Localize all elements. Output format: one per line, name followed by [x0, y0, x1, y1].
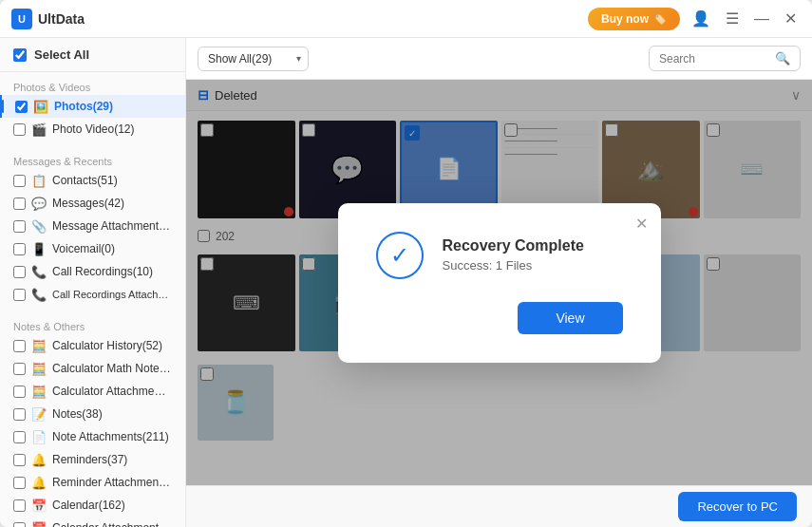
calc-math-label: Calculator Math Notes(6)	[52, 362, 172, 375]
sidebar-item-reminders[interactable]: 🔔 Reminders(37)	[0, 448, 185, 471]
buy-now-label: Buy now	[601, 12, 649, 26]
main-content: Select All Photos & Videos 🖼️ Photos(29)…	[0, 38, 812, 527]
notes-checkbox[interactable]	[13, 408, 26, 421]
note-attach-checkbox[interactable]	[13, 431, 26, 443]
modal-text: Recovery Complete Success: 1 Files	[443, 237, 623, 273]
sidebar-item-msg-attachments[interactable]: 📎 Message Attachments(16)	[0, 215, 185, 237]
calc-attach-checkbox[interactable]	[13, 386, 26, 398]
sidebar-item-calc-history[interactable]: 🧮 Calculator History(52)	[0, 334, 185, 357]
messages-label: Messages(42)	[52, 197, 124, 210]
notes-icon: 📝	[31, 406, 47, 422]
note-attach-icon: 📄	[31, 429, 47, 444]
reminders-label: Reminders(37)	[52, 453, 127, 466]
call-rec-icon: 📞	[31, 264, 47, 279]
select-all-label: Select All	[34, 47, 89, 62]
cal-attach-checkbox[interactable]	[13, 522, 26, 528]
app-name: UltData	[38, 11, 85, 27]
photo-video-label: Photo Video(12)	[52, 122, 135, 136]
minimize-button[interactable]: —	[750, 7, 773, 31]
call-rec-label: Call Recordings(10)	[52, 265, 153, 278]
reminders-checkbox[interactable]	[13, 454, 26, 466]
cal-attach-icon: 📅	[31, 520, 47, 527]
call-attach-label: Call Recordings Attachment...	[52, 289, 172, 300]
photos-label: Photos(29)	[54, 100, 113, 113]
recover-to-pc-button[interactable]: Recover to PC	[678, 492, 797, 521]
sidebar-item-cal-attach[interactable]: 📅 Calendar Attachments(1)	[0, 517, 185, 527]
contacts-label: Contacts(51)	[52, 174, 118, 187]
right-panel: Show All(29) Show Selected Show Deleted …	[186, 38, 812, 527]
sidebar-item-calc-math[interactable]: 🧮 Calculator Math Notes(6)	[0, 357, 185, 380]
call-attach-icon: 📞	[31, 287, 47, 302]
sidebar-item-contacts[interactable]: 📋 Contacts(51)	[0, 169, 185, 192]
modal-close-button[interactable]: ✕	[635, 215, 648, 233]
section-title-messages: Messages & Recents	[0, 152, 185, 169]
logo-letter: U	[18, 13, 26, 25]
reminder-attach-checkbox[interactable]	[13, 477, 26, 489]
photo-video-checkbox[interactable]	[13, 123, 26, 136]
calendar-checkbox[interactable]	[13, 499, 26, 512]
sidebar-item-calc-attach[interactable]: 🧮 Calculator Attachments(30)	[0, 380, 185, 403]
voicemail-label: Voicemail(0)	[52, 242, 115, 255]
filter-select-wrapper: Show All(29) Show Selected Show Deleted	[198, 47, 309, 71]
msg-attach-label: Message Attachments(16)	[52, 219, 172, 233]
sidebar-item-note-attach[interactable]: 📄 Note Attachments(211)	[0, 425, 185, 448]
reminders-icon: 🔔	[31, 452, 47, 467]
voicemail-checkbox[interactable]	[13, 243, 26, 255]
title-bar-actions: Buy now 🏷️ 👤 ☰ — ✕	[588, 6, 801, 31]
modal-success-icon: ✓	[376, 232, 424, 279]
sidebar-item-call-recordings[interactable]: 📞 Call Recordings(10)	[0, 260, 185, 283]
calc-attach-label: Calculator Attachments(30)	[52, 385, 172, 398]
calc-history-icon: 🧮	[31, 338, 47, 353]
calc-math-checkbox[interactable]	[13, 363, 26, 375]
call-rec-checkbox[interactable]	[13, 266, 26, 278]
sidebar-item-messages[interactable]: 💬 Messages(42)	[0, 192, 185, 215]
reminder-attach-icon: 🔔	[31, 475, 47, 490]
modal-title: Recovery Complete	[443, 237, 623, 254]
sidebar-item-photo-video[interactable]: 🎬 Photo Video(12)	[0, 118, 185, 141]
messages-icon: 💬	[31, 196, 47, 211]
voicemail-icon: 📱	[31, 241, 47, 256]
sidebar-item-call-attach[interactable]: 📞 Call Recordings Attachment...	[0, 283, 185, 306]
select-all-checkbox[interactable]	[13, 48, 27, 62]
search-icon: 🔍	[775, 51, 790, 66]
buy-now-button[interactable]: Buy now 🏷️	[588, 8, 680, 30]
sidebar-item-voicemail[interactable]: 📱 Voicemail(0)	[0, 237, 185, 260]
section-title-photos: Photos & Videos	[0, 78, 185, 95]
calc-history-checkbox[interactable]	[13, 340, 26, 352]
calc-math-icon: 🧮	[31, 361, 47, 376]
messages-checkbox[interactable]	[13, 198, 26, 210]
modal-subtitle: Success: 1 Files	[443, 258, 623, 273]
sidebar-item-photos[interactable]: 🖼️ Photos(29)	[0, 95, 185, 118]
filter-select[interactable]: Show All(29) Show Selected Show Deleted	[198, 47, 309, 71]
call-attach-checkbox[interactable]	[13, 289, 26, 301]
search-input[interactable]	[659, 52, 769, 66]
section-title-notes: Notes & Others	[0, 317, 185, 334]
cal-attach-label: Calendar Attachments(1)	[52, 521, 172, 527]
section-messages: Messages & Recents 📋 Contacts(51) 💬 Mess…	[0, 146, 185, 311]
app-logo-area: U UltData	[11, 9, 588, 29]
modal-body: ✓ Recovery Complete Success: 1 Files	[376, 232, 623, 279]
sidebar-item-calendar[interactable]: 📅 Calendar(162)	[0, 494, 185, 517]
photos-checkbox[interactable]	[15, 101, 28, 113]
calc-history-label: Calculator History(52)	[52, 339, 162, 352]
note-attach-label: Note Attachments(211)	[52, 430, 169, 443]
msg-attach-checkbox[interactable]	[13, 220, 26, 233]
modal-overlay: ✕ ✓ Recovery Complete Success: 1 Files	[186, 80, 812, 485]
sidebar-item-reminder-attach[interactable]: 🔔 Reminder Attachments(27)	[0, 471, 185, 494]
sidebar-item-notes[interactable]: 📝 Notes(38)	[0, 403, 185, 425]
contacts-icon: 📋	[31, 173, 47, 188]
app-logo-icon: U	[11, 9, 32, 29]
view-button[interactable]: View	[518, 302, 622, 334]
app-window: U UltData Buy now 🏷️ 👤 ☰ — ✕ Select All …	[0, 0, 812, 527]
buy-now-icon: 🏷️	[652, 12, 667, 26]
select-all-row: Select All	[0, 38, 185, 72]
contacts-checkbox[interactable]	[13, 175, 26, 187]
user-icon-button[interactable]: 👤	[688, 6, 714, 31]
section-notes: Notes & Others 🧮 Calculator History(52) …	[0, 311, 185, 527]
close-button[interactable]: ✕	[781, 6, 801, 31]
title-bar: U UltData Buy now 🏷️ 👤 ☰ — ✕	[0, 0, 812, 38]
content-area: ⊟ Deleted ∨ 💬	[186, 80, 812, 485]
menu-icon-button[interactable]: ☰	[722, 6, 743, 31]
recovery-modal: ✕ ✓ Recovery Complete Success: 1 Files	[338, 203, 661, 363]
calendar-icon: 📅	[31, 498, 47, 513]
